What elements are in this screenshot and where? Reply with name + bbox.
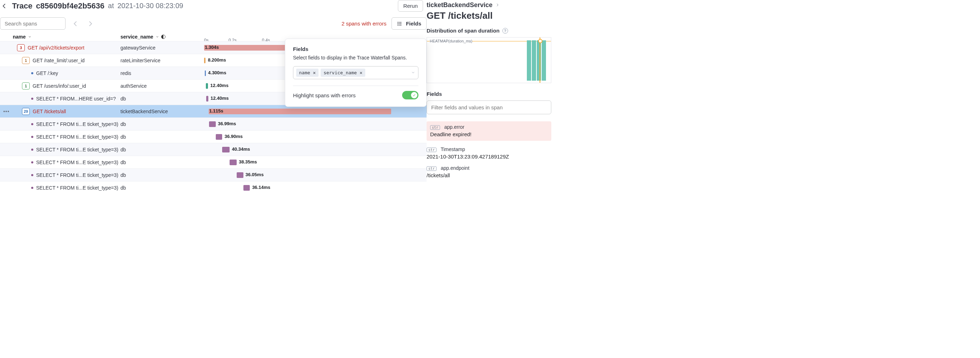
span-row[interactable]: ••• SELECT * FROM ti...E ticket_type=3) … xyxy=(0,143,426,156)
span-child-count-badge[interactable]: 3 xyxy=(17,44,25,51)
column-header-name[interactable]: name xyxy=(13,34,121,40)
span-duration-label: 36.90ms xyxy=(224,134,243,139)
span-leaf-dot-icon xyxy=(31,123,33,125)
span-name: SELECT * FROM ti...E ticket_type=3) xyxy=(36,121,118,127)
span-leaf-dot-icon xyxy=(31,149,33,151)
span-row[interactable]: ••• SELECT * FROM ti...E ticket_type=3) … xyxy=(0,156,426,168)
fields-button-label: Fields xyxy=(406,21,421,27)
span-bar[interactable] xyxy=(237,172,243,178)
span-name: SELECT * FROM ti...E ticket_type=3) xyxy=(36,172,118,178)
row-menu-icon[interactable]: ••• xyxy=(3,109,10,114)
span-duration-label: 40.34ms xyxy=(232,146,250,152)
error-spans-link[interactable]: 2 spans with errors xyxy=(342,21,387,27)
heatmap-marker-vertical xyxy=(539,38,540,83)
span-row[interactable]: ••• SELECT * FROM ti...E ticket_type=3) … xyxy=(0,130,426,143)
span-service: db xyxy=(121,160,204,165)
span-name: GET /users/info/:user_id xyxy=(33,83,86,89)
span-bar[interactable] xyxy=(204,58,205,63)
span-row[interactable]: ••• SELECT * FROM ti...E ticket_type=3) … xyxy=(0,117,426,130)
span-duration-label: 8.200ms xyxy=(208,57,226,63)
svg-point-0 xyxy=(398,22,398,22)
fields-tag-input[interactable]: name ✕ service_name ✕ xyxy=(293,66,418,79)
column-header-name-label: name xyxy=(13,34,26,40)
field-item[interactable]: str app.endpoint /tickets/all xyxy=(426,165,551,178)
distribution-title: Distribution of span duration xyxy=(426,28,500,33)
field-tag-label: name xyxy=(299,70,310,75)
next-span-button[interactable] xyxy=(85,19,95,29)
span-duration-label: 12.40ms xyxy=(210,83,229,88)
field-value: /tickets/all xyxy=(426,172,551,178)
chevron-down-icon[interactable] xyxy=(411,70,415,76)
span-bar[interactable] xyxy=(206,83,208,89)
field-item[interactable]: str app.error Deadline expired! xyxy=(426,121,551,141)
heatmap-label: HEATMAP(duration_ms) xyxy=(430,39,472,43)
span-bar[interactable] xyxy=(205,70,206,76)
field-name: Timestamp xyxy=(441,146,465,152)
span-name: SELECT * FROM ti...E ticket_type=3) xyxy=(36,147,118,152)
span-leaf-dot-icon xyxy=(31,187,33,189)
prev-span-button[interactable] xyxy=(70,19,80,29)
span-bar[interactable] xyxy=(209,121,216,127)
svg-point-4 xyxy=(398,25,398,25)
span-duration-label: 36.14ms xyxy=(252,185,270,190)
field-type-pill: str xyxy=(426,166,436,171)
trace-timestamp-prefix: at xyxy=(108,2,114,10)
chevron-right-icon[interactable] xyxy=(495,2,500,9)
span-child-count-badge[interactable]: 29 xyxy=(22,108,30,115)
duration-heatmap[interactable]: HEATMAP(duration_ms) xyxy=(426,37,551,83)
field-tag[interactable]: service_name ✕ xyxy=(321,69,365,77)
sidebar-span-title: GET /tickets/all xyxy=(426,10,551,21)
span-service: redis xyxy=(121,70,204,76)
span-name: GET /tickets/all xyxy=(33,109,66,114)
field-type-pill: str xyxy=(426,147,436,152)
field-tag-remove-icon[interactable]: ✕ xyxy=(313,70,316,75)
highlight-errors-toggle[interactable]: ✓ xyxy=(402,91,418,100)
span-bar[interactable] xyxy=(222,147,229,152)
span-child-count-badge[interactable]: 1 xyxy=(22,82,30,90)
column-filter-icon[interactable] xyxy=(161,35,165,39)
highlight-errors-label: Highlight spans with errors xyxy=(293,92,356,98)
span-row[interactable]: ••• SELECT * FROM ti...E ticket_type=3) … xyxy=(0,181,426,194)
svg-point-2 xyxy=(398,23,398,24)
fields-popover: Fields Select fields to display in the T… xyxy=(285,38,426,107)
field-tag-label: service_name xyxy=(323,70,357,75)
span-service: db xyxy=(121,172,204,178)
span-name: GET /:key xyxy=(36,70,58,76)
field-name: app.endpoint xyxy=(441,165,469,171)
span-child-count-badge[interactable]: 1 xyxy=(22,57,30,64)
heatmap-bars xyxy=(527,40,546,81)
span-bar[interactable] xyxy=(229,160,236,165)
span-name: SELECT * FROM ti...E ticket_type=3) xyxy=(36,160,118,165)
field-tag-remove-icon[interactable]: ✕ xyxy=(360,70,363,75)
fields-popover-title: Fields xyxy=(293,46,418,52)
span-bar[interactable] xyxy=(243,185,250,191)
span-duration-label: 36.05ms xyxy=(245,172,264,177)
field-tag[interactable]: name ✕ xyxy=(296,69,318,77)
rerun-button[interactable]: Rerun xyxy=(398,0,423,12)
back-arrow-icon[interactable] xyxy=(0,2,8,10)
span-duration-label: 36.99ms xyxy=(218,121,236,126)
trace-timestamp: 2021-10-30 08:23:09 xyxy=(117,2,183,10)
span-leaf-dot-icon xyxy=(31,161,33,163)
span-bar[interactable] xyxy=(206,96,208,101)
field-item[interactable]: str Timestamp 2021-10-30T13:23:09.427189… xyxy=(426,146,551,160)
trace-title-prefix: Trace xyxy=(12,2,33,11)
span-bar[interactable] xyxy=(209,109,391,114)
span-duration-label: 12.40ms xyxy=(210,95,229,101)
span-service: ticketBackendService xyxy=(121,109,204,114)
span-service: db xyxy=(121,147,204,152)
sidebar-filter-input[interactable] xyxy=(426,100,551,114)
field-type-pill: str xyxy=(430,125,440,130)
span-bar[interactable] xyxy=(216,134,223,140)
divider xyxy=(293,86,418,86)
search-spans-input[interactable] xyxy=(0,17,65,30)
column-header-service[interactable]: service_name xyxy=(121,34,204,40)
fields-icon xyxy=(397,21,402,27)
span-name: GET /rate_limit/:user_id xyxy=(33,58,85,63)
toggle-knob-check-icon: ✓ xyxy=(411,92,417,98)
help-icon[interactable]: ? xyxy=(503,28,508,33)
field-value: 2021-10-30T13:23:09.427189129Z xyxy=(426,154,551,160)
fields-button[interactable]: Fields xyxy=(391,17,426,30)
span-row[interactable]: ••• SELECT * FROM ti...E ticket_type=3) … xyxy=(0,168,426,181)
span-leaf-dot-icon xyxy=(31,136,33,138)
